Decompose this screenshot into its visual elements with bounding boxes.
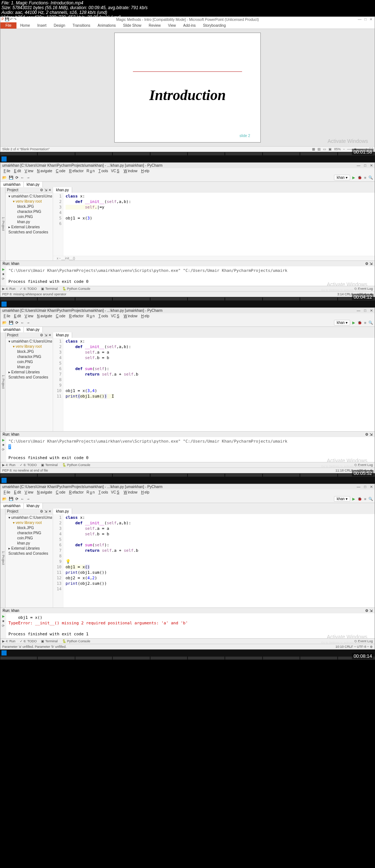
menu-help[interactable]: Help bbox=[140, 314, 150, 318]
search-icon[interactable]: 🔍 bbox=[368, 497, 373, 501]
project-pane[interactable]: Project⚙ ⇲ ✕ ▾ umairkhan C:\Users\Umair … bbox=[5, 187, 53, 261]
run-icon[interactable]: ▶ bbox=[352, 497, 355, 501]
tree-item[interactable]: block.JPG bbox=[6, 349, 52, 354]
menu-navigate[interactable]: Navigate bbox=[36, 490, 53, 494]
tree-item[interactable]: ▾ venv library root bbox=[6, 520, 52, 525]
bottom-todo[interactable]: ✓ 6: TODO bbox=[20, 287, 37, 291]
ribbon-tab-insert[interactable]: Insert bbox=[34, 22, 50, 29]
menu-run[interactable]: Run bbox=[86, 169, 95, 173]
menu-file[interactable]: File bbox=[2, 490, 11, 494]
start-button-icon[interactable] bbox=[1, 156, 7, 162]
stop-icon[interactable]: ■ bbox=[364, 321, 366, 325]
nav-tab-project[interactable]: umairkhan bbox=[0, 182, 24, 187]
ribbon-tab-storyboarding[interactable]: Storyboarding bbox=[199, 22, 229, 29]
menu-help[interactable]: Help bbox=[140, 490, 150, 494]
debug-icon[interactable]: 🐞 bbox=[357, 176, 362, 180]
start-button-icon[interactable] bbox=[1, 302, 7, 307]
rerun-icon[interactable]: ▶ bbox=[2, 614, 5, 618]
menu-code[interactable]: Code bbox=[55, 169, 66, 173]
tree-item[interactable]: ▸ External Libraries bbox=[6, 225, 52, 230]
run-tab[interactable]: khan bbox=[11, 432, 19, 436]
menu-vcs[interactable]: VCS bbox=[110, 490, 121, 494]
menu-code[interactable]: Code bbox=[55, 490, 66, 494]
save-icon[interactable]: 💾 bbox=[5, 17, 9, 21]
tree-item[interactable]: ▸ External Libraries bbox=[6, 370, 52, 375]
menu-vcs[interactable]: VCS bbox=[110, 169, 121, 173]
menu-file[interactable]: File bbox=[2, 169, 11, 173]
rerun-icon[interactable]: ▶ bbox=[2, 267, 5, 271]
close-icon[interactable]: ✕ bbox=[370, 17, 372, 21]
maximize-icon[interactable]: □ bbox=[364, 163, 366, 167]
run-icon[interactable]: ▶ bbox=[352, 321, 355, 325]
ribbon-tab-review[interactable]: Review bbox=[145, 22, 164, 29]
bottom-todo[interactable]: ✓ 6: TODO bbox=[20, 463, 37, 467]
ppt-slide[interactable]: Introduction slide 2 bbox=[114, 33, 261, 143]
tree-item[interactable]: khan.py bbox=[6, 365, 52, 370]
run-output[interactable]: obj1 = x() TypeError: __init__() missing… bbox=[6, 613, 375, 638]
ribbon-tab-design[interactable]: Design bbox=[50, 22, 69, 29]
menu-view[interactable]: View bbox=[23, 314, 34, 318]
editor[interactable]: 1234567891011 class x: def __init__(self… bbox=[53, 338, 375, 431]
forward-icon[interactable]: → bbox=[26, 176, 30, 180]
tree-item[interactable]: ▸ External Libraries bbox=[6, 546, 52, 551]
run-tab[interactable]: khan bbox=[11, 609, 19, 613]
restart-icon[interactable]: ⟳ bbox=[2, 277, 5, 281]
ide-menu[interactable]: File Edit View Navigate Code Refactor Ru… bbox=[0, 313, 375, 319]
event-log[interactable]: ⊙ Event Log bbox=[354, 463, 373, 467]
zoom-out-icon[interactable]: − bbox=[343, 147, 345, 151]
open-icon[interactable]: 📂 bbox=[2, 497, 7, 501]
tree-item[interactable]: ▾ venv library root bbox=[6, 344, 52, 349]
ribbon-tab-animations[interactable]: Animations bbox=[94, 22, 119, 29]
run-settings-icon[interactable]: ⚙ ⇲ bbox=[365, 432, 372, 436]
menu-run[interactable]: Run bbox=[86, 314, 95, 318]
tree-item[interactable]: Scratches and Consoles bbox=[6, 551, 52, 556]
minimize-icon[interactable]: — bbox=[357, 309, 360, 313]
taskbar[interactable] bbox=[0, 301, 375, 307]
bottom-terminal[interactable]: ▣ Terminal bbox=[41, 639, 57, 643]
sidebar-project[interactable]: 1: Project bbox=[0, 509, 5, 607]
run-icon[interactable]: ▶ bbox=[352, 176, 355, 180]
menu-window[interactable]: Window bbox=[122, 169, 138, 173]
menu-window[interactable]: Window bbox=[122, 314, 138, 318]
restart-icon[interactable]: ⟳ bbox=[2, 624, 5, 628]
tree-item[interactable]: Scratches and Consoles bbox=[6, 230, 52, 235]
ribbon-tab-home[interactable]: Home bbox=[16, 22, 34, 29]
tree-item[interactable]: khan.py bbox=[6, 541, 52, 546]
menu-refactor[interactable]: Refactor bbox=[67, 490, 84, 494]
run-config-select[interactable]: khan ▾ bbox=[334, 496, 350, 502]
bottom-run[interactable]: ▶ 4: Run bbox=[2, 287, 15, 291]
ppt-qat[interactable]: P 💾 ↶ ↷ bbox=[0, 17, 18, 22]
menu-tools[interactable]: Tools bbox=[97, 490, 109, 494]
close-icon[interactable]: ✕ bbox=[370, 485, 373, 489]
menu-edit[interactable]: Edit bbox=[12, 169, 22, 173]
start-button-icon[interactable] bbox=[1, 650, 7, 655]
redo-icon[interactable]: ↷ bbox=[14, 17, 16, 21]
project-settings-icon[interactable]: ⚙ ⇲ ✕ bbox=[40, 509, 51, 513]
restart-icon[interactable]: ⟳ bbox=[2, 448, 5, 451]
editor-tab[interactable]: khan.py bbox=[53, 332, 72, 338]
status-pos[interactable]: 10:10 CRLF ÷ UTF-8 ÷ ⊕ bbox=[335, 645, 373, 649]
bottom-pyconsole[interactable]: 🐍 Python Console bbox=[62, 287, 90, 291]
editor-tab[interactable]: khan.py bbox=[53, 187, 72, 193]
ppt-canvas[interactable]: Introduction slide 2 Activate Windows bbox=[0, 29, 375, 146]
project-tree[interactable]: ▾ umairkhan C:\Users\Umair Khan\Pyc▾ ven… bbox=[5, 338, 53, 381]
debug-icon[interactable]: 🐞 bbox=[357, 497, 362, 501]
editor[interactable]: 1234567891011121314 class x: def __init_… bbox=[53, 514, 375, 607]
run-config-select[interactable]: khan ▾ bbox=[334, 320, 350, 325]
nav-tab-file[interactable]: khan.py bbox=[24, 503, 43, 509]
ide-menu[interactable]: File Edit View Navigate Code Refactor Ru… bbox=[0, 168, 375, 174]
taskbar[interactable] bbox=[0, 477, 375, 484]
tree-item[interactable]: block.JPG bbox=[6, 525, 52, 531]
nav-tab-file[interactable]: khan.py bbox=[24, 327, 43, 332]
menu-tools[interactable]: Tools bbox=[97, 314, 109, 318]
project-settings-icon[interactable]: ⚙ ⇲ ✕ bbox=[40, 188, 51, 192]
menu-edit[interactable]: Edit bbox=[12, 314, 22, 318]
tree-item[interactable]: ▾ venv library root bbox=[6, 199, 52, 204]
stop-icon[interactable]: ■ bbox=[2, 272, 4, 276]
sync-icon[interactable]: ⟳ bbox=[15, 321, 18, 325]
stop-icon[interactable]: ■ bbox=[364, 497, 366, 501]
menu-refactor[interactable]: Refactor bbox=[67, 169, 84, 173]
search-icon[interactable]: 🔍 bbox=[368, 321, 373, 325]
project-pane[interactable]: Project⚙ ⇲ ✕ ▾ umairkhan C:\Users\Umair … bbox=[5, 509, 53, 607]
project-settings-icon[interactable]: ⚙ ⇲ ✕ bbox=[40, 333, 51, 337]
